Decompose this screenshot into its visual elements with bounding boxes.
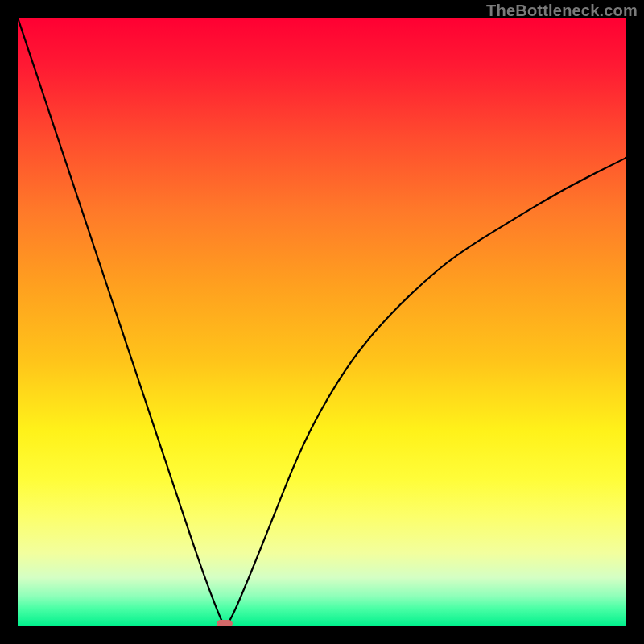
chart-area — [18, 18, 626, 626]
bottleneck-curve — [18, 18, 626, 626]
minimum-marker — [217, 620, 233, 626]
